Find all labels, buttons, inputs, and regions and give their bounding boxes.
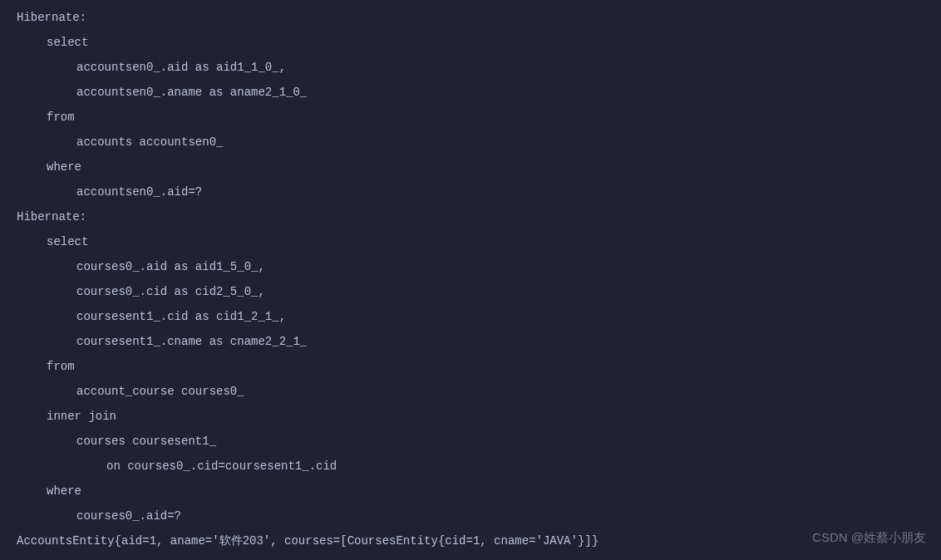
console-line: accounts accountsen0_ (17, 130, 924, 155)
console-line: select (17, 229, 924, 254)
console-line: on courses0_.cid=coursesent1_.cid (17, 454, 924, 479)
console-output: Hibernate:selectaccountsen0_.aid as aid1… (0, 0, 941, 558)
console-line: from (17, 105, 924, 130)
console-line: courses0_.aid as aid1_5_0_, (17, 254, 924, 279)
console-line: coursesent1_.cname as cname2_2_1_ (17, 329, 924, 354)
watermark-text: CSDN @姓蔡小朋友 (812, 525, 926, 550)
console-line: accountsen0_.aname as aname2_1_0_ (17, 80, 924, 105)
console-line: inner join (17, 404, 924, 429)
console-line: accountsen0_.aid=? (17, 179, 924, 204)
console-line: where (17, 479, 924, 504)
console-line: courses0_.aid=? (17, 504, 924, 528)
console-line: from (17, 354, 924, 379)
console-line: Hibernate: (17, 204, 924, 229)
console-line: account_course courses0_ (17, 379, 924, 404)
console-line: coursesent1_.cid as cid1_2_1_, (17, 304, 924, 329)
console-line: where (17, 155, 924, 179)
console-line: courses coursesent1_ (17, 429, 924, 454)
console-line: Hibernate: (17, 5, 924, 30)
console-line: courses0_.cid as cid2_5_0_, (17, 279, 924, 304)
console-line: accountsen0_.aid as aid1_1_0_, (17, 55, 924, 80)
console-line: AccountsEntity{aid=1, aname='软件203', cou… (17, 528, 924, 553)
console-line: select (17, 30, 924, 55)
